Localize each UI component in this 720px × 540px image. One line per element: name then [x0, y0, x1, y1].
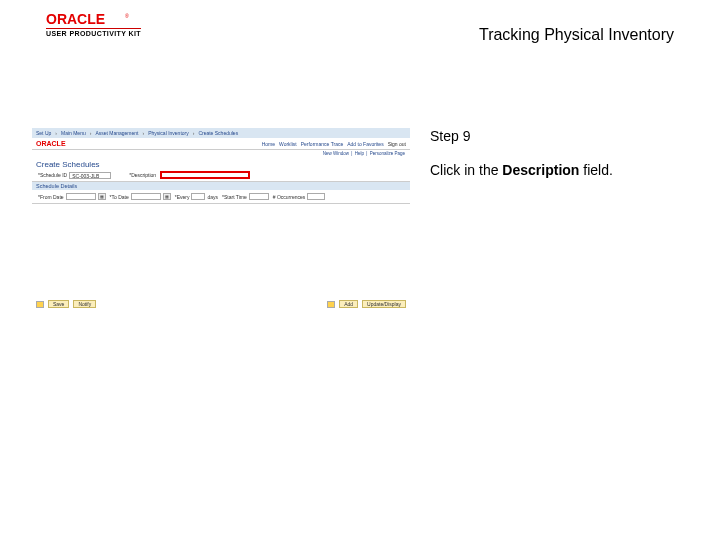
- save-button[interactable]: Save: [48, 300, 69, 308]
- product-line: USER PRODUCTIVITY KIT: [46, 28, 141, 37]
- instruction-text: Click in the Description field.: [430, 162, 680, 178]
- from-date-label: *From Date: [38, 194, 64, 200]
- page-title: Tracking Physical Inventory: [479, 26, 674, 44]
- calendar-icon[interactable]: ▦: [98, 193, 106, 200]
- topbar-link[interactable]: Worklist: [279, 141, 297, 147]
- schedule-id-field[interactable]: SC-003-JLB: [69, 172, 111, 179]
- occurrences-label: # Occurrences: [273, 194, 306, 200]
- schedule-details-header: Schedule Details: [32, 182, 410, 190]
- util-link[interactable]: Help: [355, 151, 364, 156]
- document-header: ORACLE ® USER PRODUCTIVITY KIT Tracking …: [0, 0, 720, 56]
- brand-block: ORACLE ® USER PRODUCTIVITY KIT: [46, 12, 141, 37]
- breadcrumb-item[interactable]: Main Menu: [61, 130, 86, 136]
- breadcrumb-bar: Set Up› Main Menu› Asset Management› Phy…: [32, 128, 410, 138]
- section-title: Create Schedules: [32, 158, 410, 169]
- update-button[interactable]: Update/Display: [362, 300, 406, 308]
- breadcrumb-item[interactable]: Asset Management: [95, 130, 138, 136]
- util-link[interactable]: New Window: [323, 151, 349, 156]
- topbar-link[interactable]: Add to Favorites: [347, 141, 383, 147]
- svg-text:®: ®: [125, 13, 129, 19]
- calendar-icon[interactable]: ▦: [163, 193, 171, 200]
- description-field-highlight[interactable]: [160, 171, 250, 179]
- add-button[interactable]: Add: [339, 300, 358, 308]
- topbar-link[interactable]: Performance Trace: [301, 141, 344, 147]
- days-label: days: [207, 194, 218, 200]
- notify-button[interactable]: Notify: [73, 300, 96, 308]
- every-field[interactable]: [191, 193, 205, 200]
- topbar-link[interactable]: Home: [262, 141, 275, 147]
- form-row-details: *From Date ▦ *To Date ▦ *Every days *Sta…: [32, 190, 410, 204]
- instruction-panel: Step 9 Click in the Description field.: [430, 128, 680, 178]
- schedule-id-label: *Schedule ID: [38, 172, 67, 178]
- from-date-field[interactable]: [66, 193, 96, 200]
- save-icon[interactable]: [36, 301, 44, 308]
- oracle-logo-small: ORACLE: [36, 140, 70, 147]
- to-date-label: *To Date: [110, 194, 129, 200]
- signout-button[interactable]: Sign out: [388, 141, 406, 147]
- instruction-bold: Description: [502, 162, 579, 178]
- app-footer-buttons: Save Notify Add Update/Display: [32, 300, 410, 308]
- add-icon[interactable]: [327, 301, 335, 308]
- start-time-label: *Start Time: [222, 194, 247, 200]
- breadcrumb-item[interactable]: Physical Inventory: [148, 130, 189, 136]
- oracle-logo: ORACLE ®: [46, 12, 132, 26]
- start-time-field[interactable]: [249, 193, 269, 200]
- to-date-field[interactable]: [131, 193, 161, 200]
- util-link[interactable]: Personalize Page: [370, 151, 405, 156]
- instruction-prefix: Click in the: [430, 162, 502, 178]
- instruction-suffix: field.: [579, 162, 612, 178]
- every-label: *Every: [175, 194, 190, 200]
- occurrences-field[interactable]: [307, 193, 325, 200]
- page-utility-links: New Window | Help | Personalize Page: [32, 150, 410, 158]
- form-row-schedule: *Schedule ID SC-003-JLB *Description: [32, 169, 410, 182]
- description-label: *Description: [129, 172, 156, 178]
- breadcrumb-item[interactable]: Set Up: [36, 130, 51, 136]
- breadcrumb-item[interactable]: Create Schedules: [198, 130, 238, 136]
- step-label: Step 9: [430, 128, 680, 144]
- app-topbar: ORACLE Home Worklist Performance Trace A…: [32, 138, 410, 150]
- app-screenshot: Set Up› Main Menu› Asset Management› Phy…: [32, 128, 410, 308]
- svg-text:ORACLE: ORACLE: [46, 12, 105, 26]
- svg-text:ORACLE: ORACLE: [36, 140, 66, 147]
